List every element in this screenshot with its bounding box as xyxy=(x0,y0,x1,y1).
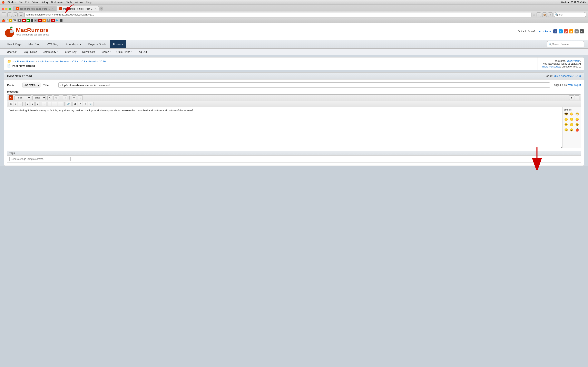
smiley-grin[interactable]: 😁 xyxy=(575,112,579,116)
nav-frontpage[interactable]: Front Page xyxy=(4,40,25,48)
browser-search-input[interactable] xyxy=(554,12,586,17)
bookmark-icon-15[interactable]: ⬛ xyxy=(60,19,63,22)
title-input[interactable] xyxy=(58,82,550,88)
smiley-tongue[interactable]: 😛 xyxy=(575,117,579,122)
star-icon[interactable]: ★ xyxy=(580,29,584,33)
indent-btn[interactable]: → xyxy=(52,102,57,106)
link-btn[interactable]: 🔗 xyxy=(66,102,71,106)
bookmark-icon-13[interactable]: ❤ xyxy=(51,19,55,22)
bold-btn[interactable]: B xyxy=(9,102,13,106)
attach-btn[interactable]: ⬥ xyxy=(63,95,67,100)
maximize-button[interactable] xyxy=(9,8,11,10)
minimize-button[interactable] xyxy=(5,8,8,10)
tab-reddit[interactable]: r reddit: the front page of the ... × xyxy=(13,6,56,11)
smiley-angry[interactable]: 😠 xyxy=(564,128,568,132)
sub-nav-logout[interactable]: Log Out xyxy=(135,49,150,55)
email-icon[interactable]: ✉ xyxy=(575,29,579,33)
nav-iosblog[interactable]: iOS Blog xyxy=(44,40,62,48)
smiley-neutral[interactable]: 😐 xyxy=(569,122,574,127)
facebook-icon[interactable]: f xyxy=(553,29,557,33)
breadcrumb-macrumors[interactable]: MacRumors Forums xyxy=(12,60,35,63)
tags-input[interactable] xyxy=(9,157,71,161)
align-left-btn[interactable]: ≡ xyxy=(25,102,29,106)
close-button[interactable] xyxy=(2,8,4,10)
bookmark-icon-1[interactable]: 🍎 xyxy=(2,19,5,22)
menu-edit[interactable]: Edit xyxy=(25,1,30,4)
menu-help[interactable]: Help xyxy=(86,1,91,4)
sub-nav-newposts[interactable]: New Posts xyxy=(79,49,98,55)
smiley-blush[interactable]: 😳 xyxy=(569,112,574,116)
twitter-icon[interactable]: t xyxy=(559,29,563,33)
file-btn[interactable]: 📎 xyxy=(88,102,94,106)
logged-in-username[interactable]: Yoshi Yogurt xyxy=(567,83,581,86)
image-btn[interactable]: 🖼 xyxy=(72,102,77,106)
bookmark-icon-12[interactable]: ⚙ xyxy=(47,19,51,22)
bookmark-icon-4[interactable]: W xyxy=(13,19,17,22)
message-textarea[interactable]: Just wondering if there is a way to fix … xyxy=(7,107,562,148)
align-center-btn[interactable]: ≡ xyxy=(30,102,34,106)
tab-reddit-close[interactable]: × xyxy=(52,7,53,10)
nav-roundups[interactable]: Roundups ▼ xyxy=(62,40,85,48)
prefix-select[interactable]: (no prefix) xyxy=(22,83,40,87)
breadcrumb-apple-systems[interactable]: Apple Systems and Services xyxy=(38,60,69,63)
underline-btn[interactable]: U xyxy=(18,102,23,106)
editor-logo-btn[interactable]: A xyxy=(9,95,13,100)
nav-macblog[interactable]: Mac Blog xyxy=(25,40,43,48)
back-button[interactable]: ‹ xyxy=(2,12,6,17)
emoji-btn[interactable]: ☺ xyxy=(53,95,59,100)
forum-name-link[interactable]: OS X Yosemite (10.10) xyxy=(554,75,581,77)
smiley-cool[interactable]: 😎 xyxy=(564,112,568,116)
menu-icon[interactable]: ≡ xyxy=(548,12,553,17)
sub-nav-search[interactable]: Search ▾ xyxy=(98,49,113,55)
sub-nav-forumspy[interactable]: Forum Spy xyxy=(61,49,79,55)
tip-link[interactable]: Let us know xyxy=(538,30,551,33)
fullscreen-btn[interactable]: ⬇ xyxy=(575,95,579,100)
bookmark-icon-8[interactable]: t xyxy=(31,19,33,22)
sub-nav-quicklinks[interactable]: Quick Links ▾ xyxy=(113,49,135,55)
new-tab-button[interactable]: + xyxy=(99,7,103,11)
quote-btn[interactable]: ❝ xyxy=(78,102,82,106)
bookmark-star-icon[interactable]: ☆ xyxy=(533,13,535,16)
sub-nav-faq[interactable]: FAQ / Rules xyxy=(20,49,40,55)
nav-search-input[interactable] xyxy=(547,41,584,47)
menu-bookmarks[interactable]: Bookmarks xyxy=(51,1,63,4)
forward-button[interactable]: › xyxy=(7,12,12,17)
private-messages-link[interactable]: Private Messages xyxy=(541,65,560,68)
sub-nav-community[interactable]: Community ▾ xyxy=(40,49,61,55)
rss-icon[interactable]: ▣ xyxy=(569,29,573,33)
outdent-btn[interactable]: ← xyxy=(58,102,63,106)
menu-window[interactable]: Window xyxy=(75,1,84,4)
menu-history[interactable]: History xyxy=(41,1,48,4)
bookmark-icon-5[interactable]: ★ xyxy=(17,19,21,22)
bookmark-icon-9[interactable]: ✓ xyxy=(34,19,38,22)
ordered-list-btn[interactable]: 1. xyxy=(42,102,47,106)
bookmark-icon-3[interactable]: s xyxy=(9,19,12,22)
extension-icon[interactable]: 📦 xyxy=(542,12,547,17)
bookmark-icon-11[interactable]: A xyxy=(43,19,46,22)
bookmark-icon-10[interactable]: A xyxy=(38,19,42,22)
undo-btn[interactable]: ↺ xyxy=(72,95,76,100)
breadcrumb-osx[interactable]: OS X xyxy=(72,60,78,63)
home-button[interactable]: ⌂ xyxy=(19,12,23,17)
nav-buyersguide[interactable]: Buyer's Guide xyxy=(85,40,110,48)
nav-forums[interactable]: Forums xyxy=(110,40,126,48)
unordered-list-btn[interactable]: • xyxy=(48,102,51,106)
sub-nav-usercp[interactable]: User CP xyxy=(4,49,20,55)
menu-firefox[interactable]: Firefox xyxy=(8,1,16,4)
googleplus-icon[interactable]: g+ xyxy=(564,29,568,33)
code-btn[interactable]: # xyxy=(83,102,87,106)
smiley-smile[interactable]: 🙂 xyxy=(564,122,568,127)
redo-btn[interactable]: ↻ xyxy=(78,95,83,100)
bookmark-icon-2[interactable]: f xyxy=(6,19,8,22)
address-bar[interactable] xyxy=(25,12,531,17)
smiley-apple[interactable]: 🍎 xyxy=(575,128,579,132)
welcome-username[interactable]: Yoshi Yogurt xyxy=(567,59,580,62)
smiley-wink[interactable]: 😉 xyxy=(569,117,574,122)
smiley-sad[interactable]: 😢 xyxy=(569,128,574,132)
align-right-btn[interactable]: ≡ xyxy=(35,102,39,106)
tab-macrumors[interactable]: M MacRumors Forums - Post ... × xyxy=(57,6,99,11)
reload-button[interactable]: ↻ xyxy=(13,12,17,17)
bookmark-icon-14[interactable]: 🐦 xyxy=(56,19,59,22)
menu-tools[interactable]: Tools xyxy=(66,1,72,4)
bookmark-icon-7[interactable]: ▶ xyxy=(26,19,30,22)
